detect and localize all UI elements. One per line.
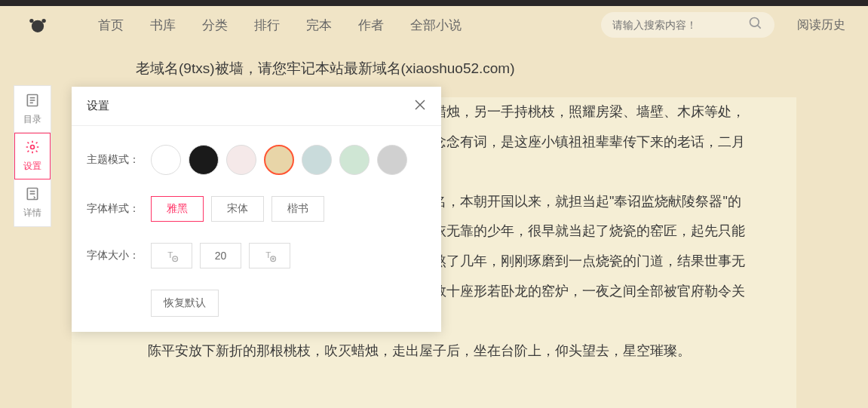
nav-link[interactable]: 书库 xyxy=(150,17,176,34)
settings-title: 设置 xyxy=(87,99,109,113)
gear-icon xyxy=(25,140,40,157)
font-style-button[interactable]: 宋体 xyxy=(211,196,264,222)
theme-label: 主题模式： xyxy=(87,153,151,167)
sidebar-item-label: 目录 xyxy=(23,113,41,126)
nav-link[interactable]: 首页 xyxy=(98,17,124,34)
svg-point-1 xyxy=(29,19,33,23)
font-size-value: 20 xyxy=(200,243,241,268)
theme-swatch[interactable] xyxy=(339,145,370,175)
theme-swatch[interactable] xyxy=(302,145,332,175)
nav-link[interactable]: 作者 xyxy=(358,17,384,34)
sidebar-item-details[interactable]: 详情 xyxy=(14,179,51,226)
font-style-button[interactable]: 楷书 xyxy=(271,196,324,222)
sidebar-item-label: 设置 xyxy=(23,160,41,173)
sidebar-item-settings[interactable]: 设置 xyxy=(14,133,51,179)
theme-swatch[interactable] xyxy=(226,145,256,175)
theme-options xyxy=(151,145,407,175)
theme-swatch[interactable] xyxy=(151,145,181,175)
main-nav: 首页书库分类排行完本作者全部小说 xyxy=(98,17,462,34)
search-icon[interactable] xyxy=(748,16,763,35)
font-size-increase-button[interactable]: T xyxy=(249,243,290,268)
reset-defaults-button[interactable]: 恢复默认 xyxy=(151,290,219,317)
header: 首页书库分类排行完本作者全部小说 阅读历史 xyxy=(0,6,868,44)
site-logo[interactable] xyxy=(23,10,53,40)
svg-point-3 xyxy=(750,17,759,26)
svg-point-2 xyxy=(41,19,45,23)
search-box[interactable] xyxy=(601,12,774,38)
nav-link[interactable]: 全部小说 xyxy=(410,17,462,34)
font-size-decrease-button[interactable]: T xyxy=(151,243,192,268)
sidebar-item-label: 详情 xyxy=(23,207,41,219)
toc-icon xyxy=(25,93,40,110)
svg-line-4 xyxy=(758,25,761,28)
svg-text:T: T xyxy=(167,250,173,259)
details-icon xyxy=(25,186,40,204)
reading-history-link[interactable]: 阅读历史 xyxy=(797,17,845,33)
nav-link[interactable]: 完本 xyxy=(306,17,332,34)
font-size-label: 字体大小： xyxy=(87,249,151,262)
svg-text:T: T xyxy=(265,250,271,259)
sidebar-item-toc[interactable]: 目录 xyxy=(14,86,51,133)
settings-panel: 设置 主题模式： 字体样式： 雅黑宋体楷书 字体大小： T 20 T xyxy=(72,87,441,332)
theme-swatch[interactable] xyxy=(377,145,407,175)
nav-link[interactable]: 分类 xyxy=(202,17,228,34)
search-input[interactable] xyxy=(612,19,748,31)
font-options: 雅黑宋体楷书 xyxy=(151,196,324,222)
paragraph: 陈平安放下新折的那根桃枝，吹灭蜡烛，走出屋子后，坐在台阶上，仰头望去，星空璀璨。 xyxy=(121,336,747,367)
close-button[interactable] xyxy=(414,97,426,115)
theme-swatch[interactable] xyxy=(264,145,294,175)
nav-link[interactable]: 排行 xyxy=(254,17,280,34)
font-style-button[interactable]: 雅黑 xyxy=(151,196,204,222)
reader-sidebar: 目录设置详情 xyxy=(14,85,51,227)
svg-point-0 xyxy=(32,20,44,32)
theme-swatch[interactable] xyxy=(189,145,219,175)
font-style-label: 字体样式： xyxy=(87,202,151,216)
svg-point-9 xyxy=(31,146,35,149)
